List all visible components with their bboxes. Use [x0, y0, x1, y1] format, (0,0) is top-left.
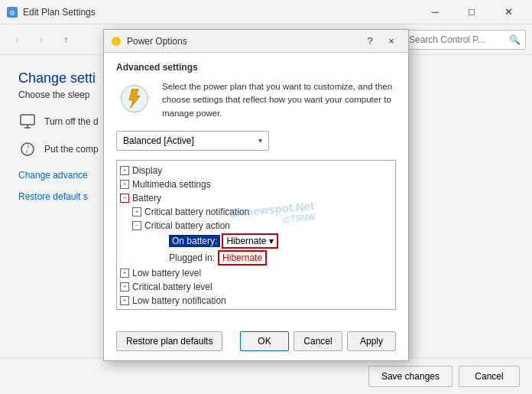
- display-expander[interactable]: +: [120, 164, 132, 177]
- expand-icon: +: [120, 166, 129, 175]
- low-battery-level-expander[interactable]: +: [120, 267, 132, 279]
- tree-item-low-battery-notification[interactable]: + Low battery notification: [117, 294, 395, 308]
- large-power-icon: [118, 83, 151, 115]
- apply-button[interactable]: Apply: [347, 331, 396, 351]
- expand-icon: +: [120, 296, 129, 305]
- dialog-title: Power Options: [127, 36, 359, 47]
- on-battery-arrow-icon: ▾: [269, 236, 274, 246]
- plugged-in-label: Plugged in:: [169, 252, 215, 263]
- on-battery-value: Hibernate: [226, 236, 266, 246]
- tree-item-low-battery-level[interactable]: + Low battery level: [117, 266, 395, 280]
- battery-expander[interactable]: −: [120, 192, 132, 204]
- ok-button[interactable]: OK: [240, 331, 289, 351]
- collapse-icon: −: [120, 194, 129, 203]
- on-battery-dropdown[interactable]: Hibernate ▾: [222, 233, 278, 249]
- info-text: Select the power plan that you want to c…: [162, 80, 396, 120]
- collapse-icon: −: [132, 221, 141, 230]
- display-label: Display: [132, 165, 395, 176]
- dropdown-row: Balanced [Active] ▾: [116, 131, 396, 151]
- critical-action-expander[interactable]: −: [132, 220, 144, 232]
- plan-dropdown-value: Balanced [Active]: [123, 135, 194, 146]
- tree-item-low-battery-action[interactable]: + Low battery action: [117, 308, 395, 310]
- power-icon-container: [116, 80, 153, 117]
- tree-item-battery[interactable]: − Battery: [117, 191, 395, 205]
- svg-text:⚡: ⚡: [112, 37, 122, 47]
- on-battery-label: On battery:: [169, 235, 220, 247]
- expand-icon: +: [132, 207, 141, 217]
- low-battery-level-label: Low battery level: [132, 268, 395, 278]
- help-button[interactable]: ?: [359, 30, 381, 53]
- dialog-controls: ? ×: [359, 30, 402, 53]
- dialog-title-bar: ⚡ Power Options ? ×: [104, 30, 408, 53]
- critical-notification-label: Critical battery notification: [144, 207, 395, 217]
- dialog-body: Advanced settings Select the power plan …: [104, 53, 408, 327]
- critical-battery-level-expander[interactable]: +: [120, 281, 132, 293]
- multimedia-expander[interactable]: +: [120, 178, 132, 190]
- low-battery-action-expander[interactable]: +: [120, 308, 132, 310]
- tree-container[interactable]: + Display + Multimedia settings − B: [116, 160, 396, 310]
- on-battery-row: On battery: Hibernate ▾: [117, 233, 395, 249]
- battery-label: Battery: [132, 193, 395, 204]
- low-battery-action-label: Low battery action: [132, 309, 395, 310]
- tree-item-multimedia[interactable]: + Multimedia settings: [117, 177, 395, 191]
- dialog-overlay: ⚡ Power Options ? × Advanced settings: [0, 0, 532, 394]
- low-battery-notification-label: Low battery notification: [132, 295, 395, 306]
- dialog-power-icon: ⚡: [110, 35, 122, 47]
- plugged-in-value: Hibernate: [218, 250, 267, 265]
- critical-battery-level-label: Critical battery level: [132, 282, 395, 292]
- tree-item-critical-notification[interactable]: + Critical battery notification: [117, 205, 395, 219]
- restore-plan-defaults-button[interactable]: Restore plan defaults: [116, 331, 222, 351]
- dialog-action-buttons: OK Cancel Apply: [240, 331, 396, 351]
- tree-item-display[interactable]: + Display: [117, 164, 395, 177]
- critical-notification-expander[interactable]: +: [132, 206, 144, 218]
- power-options-dialog: ⚡ Power Options ? × Advanced settings: [103, 29, 409, 361]
- expand-icon: +: [120, 282, 129, 291]
- tree-item-critical-battery-level[interactable]: + Critical battery level: [117, 280, 395, 294]
- cancel-dialog-button[interactable]: Cancel: [294, 331, 342, 351]
- dropdown-arrow-icon: ▾: [258, 136, 262, 145]
- tree-item-critical-action[interactable]: − Critical battery action: [117, 219, 395, 233]
- info-row: Select the power plan that you want to c…: [116, 80, 396, 120]
- plugged-in-row: Plugged in: Hibernate: [117, 249, 395, 266]
- expand-icon: +: [120, 269, 129, 278]
- critical-action-label: Critical battery action: [144, 220, 395, 231]
- advanced-settings-label: Advanced settings: [116, 62, 396, 73]
- expand-icon: +: [120, 180, 129, 189]
- plan-dropdown[interactable]: Balanced [Active] ▾: [116, 131, 269, 151]
- dialog-footer: Restore plan defaults OK Cancel Apply: [104, 327, 408, 360]
- multimedia-label: Multimedia settings: [132, 179, 395, 190]
- dialog-close-button[interactable]: ×: [381, 30, 402, 53]
- low-battery-notification-expander[interactable]: +: [120, 295, 132, 307]
